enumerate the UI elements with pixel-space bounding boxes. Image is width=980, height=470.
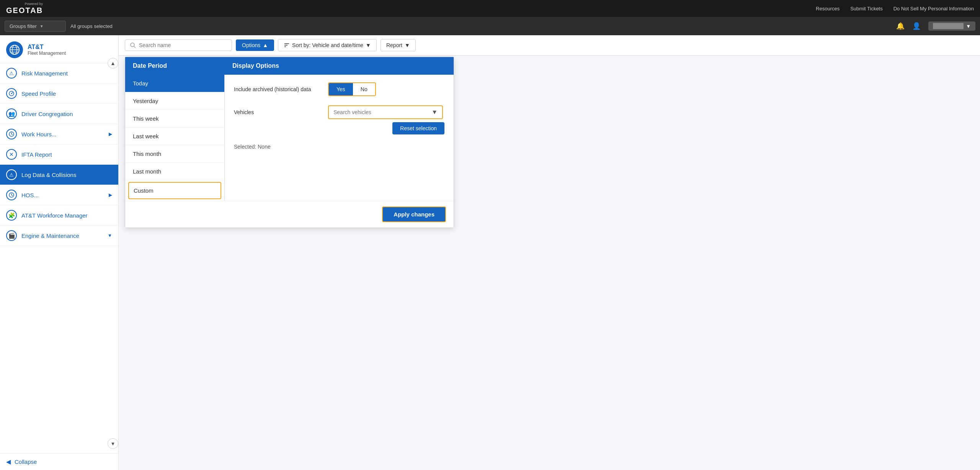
sidebar-item-hos[interactable]: HOS... ▶ <box>0 185 118 205</box>
date-custom-label: Custom <box>134 187 154 194</box>
sidebar-item-engine-maintenance[interactable]: 🎬 Engine & Maintenance ▼ <box>0 226 118 246</box>
user-profile-icon[interactable]: 👤 <box>912 22 921 30</box>
no-button[interactable]: No <box>353 83 375 95</box>
sidebar-scroll-up-button[interactable]: ▲ <box>108 58 118 69</box>
groups-selected-text: All groups selected <box>70 23 113 29</box>
sidebar-scroll-down-button[interactable]: ▼ <box>108 438 118 449</box>
svg-line-15 <box>134 46 136 48</box>
date-last-week-label: Last week <box>133 133 159 139</box>
hos-label: HOS... <box>21 192 39 198</box>
sidebar-item-speed-profile[interactable]: Speed Profile <box>0 84 118 104</box>
brand-sub-label: Fleet Management <box>28 51 66 56</box>
svg-point-7 <box>11 93 12 94</box>
display-options-header: Display Options <box>225 57 454 75</box>
sidebar-brand: AT&T Fleet Management <box>28 44 66 56</box>
groups-bar-icons: 🔔 👤 ▼ <box>896 21 975 31</box>
date-last-month-label: Last month <box>133 168 161 175</box>
sidebar-header: AT&T Fleet Management <box>0 35 118 63</box>
resources-link[interactable]: Resources <box>816 6 840 11</box>
work-hours-icon <box>6 129 17 139</box>
collapse-button[interactable]: ◀ Collapse <box>0 453 118 470</box>
driver-congregation-icon: 👥 <box>6 108 17 119</box>
archived-data-label: Include archived (historical) data <box>234 86 322 92</box>
groups-filter-label: Groups filter <box>10 23 37 29</box>
sidebar-item-att-workforce[interactable]: 🧩 AT&T Workforce Manager <box>0 205 118 226</box>
work-hours-chevron-icon: ▶ <box>109 131 112 137</box>
hos-chevron-icon: ▶ <box>109 192 112 198</box>
content-area: Options ▲ Sort by: Vehicle and date/time… <box>119 35 980 470</box>
sort-icon <box>284 42 290 48</box>
dropdown-header: Date Period Display Options <box>125 57 454 75</box>
date-item-this-week[interactable]: This week <box>125 110 224 128</box>
options-dropdown: Date Period Display Options Today Yester… <box>125 57 454 228</box>
options-chevron-icon: ▲ <box>263 42 268 48</box>
date-today-label: Today <box>133 80 148 87</box>
att-workforce-label: AT&T Workforce Manager <box>21 212 88 219</box>
do-not-sell-link[interactable]: Do Not Sell My Personal Information <box>893 6 974 11</box>
sidebar-item-risk-management[interactable]: ⚠ Risk Management <box>0 63 118 84</box>
dropdown-body: Today Yesterday This week Last week This… <box>125 75 454 201</box>
vehicles-search-box: ▼ <box>328 105 443 119</box>
search-icon <box>130 42 136 48</box>
apply-changes-button[interactable]: Apply changes <box>382 206 446 222</box>
vehicles-search-input[interactable] <box>333 109 428 115</box>
groups-filter-chevron-icon: ▼ <box>40 24 44 28</box>
powered-by-text: Powered by <box>25 2 43 6</box>
user-menu-button[interactable]: ▼ <box>928 21 975 31</box>
engine-maintenance-chevron-icon: ▼ <box>108 233 112 238</box>
risk-management-label: Risk Management <box>21 70 68 77</box>
date-this-week-label: This week <box>133 115 159 122</box>
sort-button[interactable]: Sort by: Vehicle and date/time ▼ <box>278 39 377 51</box>
search-input[interactable] <box>139 42 216 48</box>
user-menu-chevron-icon: ▼ <box>966 23 971 29</box>
notification-bell-icon[interactable]: 🔔 <box>896 22 905 30</box>
groups-filter-button[interactable]: Groups filter ▼ <box>5 21 66 32</box>
vehicles-row: Vehicles ▼ Reset selection <box>234 105 444 134</box>
ifta-report-label: IFTA Report <box>21 151 52 158</box>
content-header: Options ▲ Sort by: Vehicle and date/time… <box>119 35 980 56</box>
sidebar-item-log-data-collisions[interactable]: ⚠ Log Data & Collisions <box>0 165 118 185</box>
sidebar-nav: ⚠ Risk Management Speed Profile 👥 Driver… <box>0 63 118 453</box>
hos-icon <box>6 190 17 200</box>
log-data-label: Log Data & Collisions <box>21 172 76 178</box>
date-item-today[interactable]: Today <box>125 75 224 92</box>
sidebar-item-work-hours[interactable]: Work Hours... ▶ <box>0 124 118 144</box>
sidebar: AT&T Fleet Management ▲ ⚠ Risk Managemen… <box>0 35 119 470</box>
display-options-column: Include archived (historical) data Yes N… <box>225 75 454 201</box>
top-nav-links: Resources Submit Tickets Do Not Sell My … <box>816 6 974 11</box>
logo-area: Powered by GEOTAB <box>6 2 43 15</box>
sidebar-item-ifta-report[interactable]: ✕ IFTA Report <box>0 144 118 165</box>
yes-no-toggle: Yes No <box>328 82 376 96</box>
date-this-month-label: This month <box>133 151 161 157</box>
collapse-chevron-icon: ◀ <box>6 458 11 465</box>
yes-button[interactable]: Yes <box>329 83 353 95</box>
speed-profile-label: Speed Profile <box>21 90 56 97</box>
sort-chevron-icon: ▼ <box>366 42 371 48</box>
engine-maintenance-icon: 🎬 <box>6 230 17 241</box>
att-workforce-icon: 🧩 <box>6 210 17 221</box>
driver-congregation-label: Driver Congregation <box>21 111 73 117</box>
date-item-this-month[interactable]: This month <box>125 145 224 163</box>
date-item-last-week[interactable]: Last week <box>125 128 224 145</box>
submit-tickets-link[interactable]: Submit Tickets <box>850 6 883 11</box>
reset-selection-button[interactable]: Reset selection <box>392 122 444 134</box>
risk-management-icon: ⚠ <box>6 68 17 79</box>
report-label: Report <box>386 42 402 48</box>
log-data-icon: ⚠ <box>6 169 17 180</box>
search-box <box>125 39 232 51</box>
ifta-report-icon: ✕ <box>6 149 17 160</box>
top-nav: Powered by GEOTAB Resources Submit Ticke… <box>0 0 980 17</box>
date-item-yesterday[interactable]: Yesterday <box>125 92 224 110</box>
date-item-custom[interactable]: Custom <box>128 182 221 199</box>
selected-info-text: Selected: None <box>234 144 444 150</box>
sort-label: Sort by: Vehicle and date/time <box>292 42 363 48</box>
report-button[interactable]: Report ▼ <box>381 39 416 51</box>
main-layout: AT&T Fleet Management ▲ ⚠ Risk Managemen… <box>0 35 980 470</box>
date-yesterday-label: Yesterday <box>133 98 158 104</box>
date-period-header: Date Period <box>125 57 225 75</box>
archived-data-row: Include archived (historical) data Yes N… <box>234 82 444 96</box>
options-button[interactable]: Options ▲ <box>236 39 274 51</box>
sidebar-item-driver-congregation[interactable]: 👥 Driver Congregation <box>0 104 118 124</box>
date-item-last-month[interactable]: Last month <box>125 163 224 180</box>
vehicles-dropdown-chevron-icon: ▼ <box>431 109 438 116</box>
